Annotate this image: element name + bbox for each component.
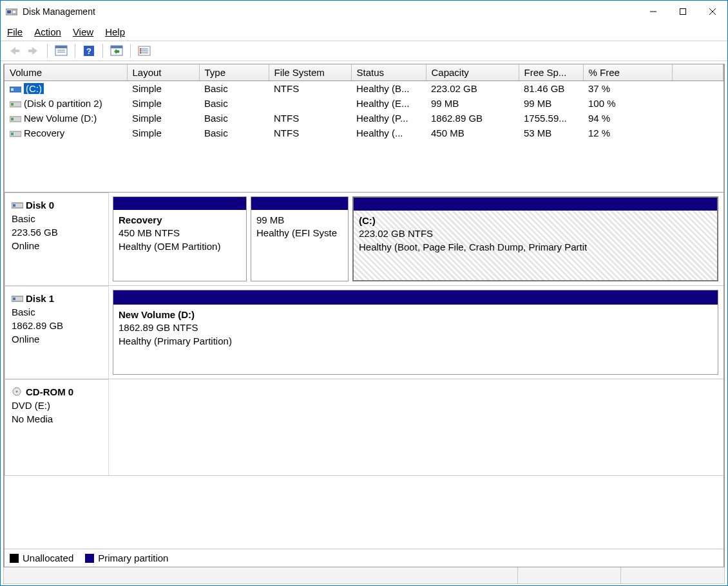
volume-name: (Disk 0 partition 2) xyxy=(24,98,102,109)
settings-button[interactable] xyxy=(136,43,153,59)
drive-icon xyxy=(10,114,21,122)
cell-capacity: 223.02 GB xyxy=(426,81,519,97)
menu-file[interactable]: File xyxy=(7,26,23,37)
legend-primary-partition: Primary partition xyxy=(85,553,168,563)
menu-view[interactable]: View xyxy=(73,26,93,37)
cell-type: Basic xyxy=(199,111,269,126)
partition-d[interactable]: New Volume (D:) 1862.89 GB NTFS Healthy … xyxy=(113,290,718,375)
partition-efi[interactable]: 99 MB Healthy (EFI Syste xyxy=(251,196,349,281)
back-button[interactable] xyxy=(6,43,23,59)
partition-stripe xyxy=(113,290,718,305)
volume-row[interactable]: New Volume (D:) Simple Basic NTFS Health… xyxy=(5,111,723,126)
svg-rect-16 xyxy=(111,46,122,48)
close-button[interactable] xyxy=(698,1,727,23)
col-capacity[interactable]: Capacity xyxy=(426,64,519,81)
disk-label[interactable]: Disk 0 Basic 223.56 GB Online xyxy=(5,193,109,285)
col-layout[interactable]: Layout xyxy=(127,64,199,81)
menu-action[interactable]: Action xyxy=(34,26,61,37)
cell-pct: 12 % xyxy=(583,126,672,140)
volume-row[interactable]: (C:) Simple Basic NTFS Healthy (B... 223… xyxy=(5,81,723,97)
svg-rect-33 xyxy=(13,204,15,207)
cell-capacity: 1862.89 GB xyxy=(426,111,519,126)
svg-point-21 xyxy=(140,48,141,50)
toolbar-separator xyxy=(75,44,75,58)
cell-fs: NTFS xyxy=(269,81,351,97)
status-cell xyxy=(621,567,724,583)
menubar: File Action View Help xyxy=(1,23,727,41)
disk-label[interactable]: CD-ROM 0 DVD (E:) No Media xyxy=(5,379,109,475)
disk-icon xyxy=(12,292,23,300)
cell-layout: Simple xyxy=(127,126,199,140)
partition-container: New Volume (D:) 1862.89 GB NTFS Healthy … xyxy=(109,286,723,379)
status-cell xyxy=(4,567,518,583)
legend-bar: Unallocated Primary partition xyxy=(5,549,723,567)
disk-label[interactable]: Disk 1 Basic 1862.89 GB Online xyxy=(5,286,109,379)
cell-type: Basic xyxy=(199,81,269,97)
svg-rect-35 xyxy=(13,298,15,300)
cell-free: 99 MB xyxy=(519,96,583,111)
col-status[interactable]: Status xyxy=(351,64,426,81)
drive-icon xyxy=(10,99,21,107)
swatch-unallocated xyxy=(10,554,19,563)
svg-point-37 xyxy=(16,391,18,393)
svg-rect-29 xyxy=(11,118,14,120)
swatch-primary xyxy=(85,554,94,563)
toolbar-separator xyxy=(102,44,103,58)
maximize-button[interactable] xyxy=(668,1,698,23)
svg-rect-8 xyxy=(28,50,32,52)
volume-name: (C:) xyxy=(24,83,44,94)
cell-fs: NTFS xyxy=(269,111,351,126)
cell-capacity: 450 MB xyxy=(426,126,519,140)
table-header-row: Volume Layout Type File System Status Ca… xyxy=(5,64,723,81)
svg-rect-25 xyxy=(11,88,14,91)
svg-rect-7 xyxy=(15,50,19,52)
col-free[interactable]: Free Sp... xyxy=(519,64,583,81)
col-type[interactable]: Type xyxy=(199,64,269,81)
window-controls xyxy=(638,1,727,23)
cell-pct: 37 % xyxy=(583,81,672,97)
svg-rect-4 xyxy=(680,9,686,15)
window-title: Disk Management xyxy=(23,6,638,17)
disk-row: CD-ROM 0 DVD (E:) No Media xyxy=(5,379,723,476)
volume-row[interactable]: Recovery Simple Basic NTFS Healthy (... … xyxy=(5,126,723,140)
col-filesystem[interactable]: File System xyxy=(269,64,351,81)
refresh-button[interactable] xyxy=(108,43,125,59)
cell-fs xyxy=(269,96,351,111)
menu-help[interactable]: Help xyxy=(105,26,125,37)
col-volume[interactable]: Volume xyxy=(5,64,127,81)
volume-row[interactable]: (Disk 0 partition 2) Simple Basic Health… xyxy=(5,96,723,111)
volume-name: New Volume (D:) xyxy=(24,113,97,124)
forward-button[interactable] xyxy=(25,43,42,59)
cell-type: Basic xyxy=(199,126,269,140)
partition-c[interactable]: (C:) 223.02 GB NTFS Healthy (Boot, Page … xyxy=(352,196,718,281)
cell-status: Healthy (P... xyxy=(351,111,426,126)
toolbar-separator xyxy=(130,44,131,58)
cell-free: 81.46 GB xyxy=(519,81,583,97)
show-hide-console-tree-button[interactable] xyxy=(53,43,70,59)
partition-recovery[interactable]: Recovery 450 MB NTFS Healthy (OEM Partit… xyxy=(113,196,247,281)
svg-text:?: ? xyxy=(86,46,91,56)
cell-type: Basic xyxy=(199,96,269,111)
partition-stripe xyxy=(354,198,717,211)
cell-status: Healthy (B... xyxy=(351,81,426,97)
cell-layout: Simple xyxy=(127,111,199,126)
cell-status: Healthy (E... xyxy=(351,96,426,111)
col-pctfree[interactable]: % Free xyxy=(583,64,672,81)
help-button[interactable]: ? xyxy=(81,43,97,59)
cell-free: 1755.59... xyxy=(519,111,583,126)
svg-rect-27 xyxy=(11,103,14,106)
svg-point-23 xyxy=(140,52,141,53)
legend-unallocated: Unallocated xyxy=(10,553,73,563)
volume-list-pane[interactable]: Volume Layout Type File System Status Ca… xyxy=(3,64,725,193)
drive-icon xyxy=(10,129,21,137)
disk-row: Disk 0 Basic 223.56 GB Online Recovery 4… xyxy=(5,193,723,286)
drive-icon xyxy=(10,84,21,92)
minimize-button[interactable] xyxy=(638,1,668,23)
disk-icon xyxy=(12,199,23,207)
optical-disk-icon xyxy=(12,386,23,393)
cell-status: Healthy (... xyxy=(351,126,426,140)
content-area: Volume Layout Type File System Status Ca… xyxy=(1,61,727,586)
cell-capacity: 99 MB xyxy=(426,96,519,111)
partition-container xyxy=(109,379,723,475)
cell-pct: 100 % xyxy=(583,96,672,111)
